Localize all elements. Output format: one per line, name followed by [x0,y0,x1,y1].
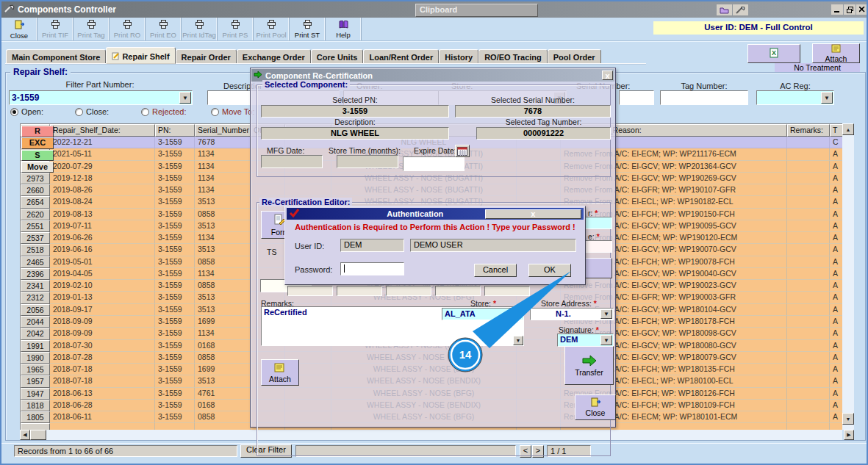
scroll-right-icon[interactable]: ▶ [844,430,854,440]
tab-pool-order[interactable]: Pool Order [548,49,601,64]
ok-button[interactable]: OK [528,264,571,277]
tab-repair-shelf[interactable]: Repair Shelf [106,47,175,64]
tools-icon [736,4,745,17]
column-header-serial-number[interactable]: Serial_Number [195,124,251,137]
column-header-remarks[interactable]: Remarks: [787,124,830,137]
transfer-arrow-icon [581,355,598,368]
store-shortcut-button[interactable] [717,4,732,15]
signature-combo[interactable]: DEM ▼ [557,334,614,347]
chevron-down-icon[interactable]: ▼ [821,92,833,104]
cell [787,184,830,196]
editor-small-field-2[interactable] [337,286,382,296]
cancel-button[interactable]: Cancel [474,264,517,277]
row-action-s-button[interactable]: S [21,150,54,162]
selected-pn-value: 3-1559 [261,105,449,118]
row-action-r-button[interactable]: R [21,126,54,137]
cell: 3-1559 [155,137,195,148]
radio-icon [75,108,83,116]
cell: 1134 [195,161,251,173]
scroll-down-icon[interactable]: ▼ [513,336,523,345]
radio-open[interactable]: Open: [10,104,43,118]
cell: 1134 [195,184,251,196]
tab-exchange-order[interactable]: Exchange Order [237,49,311,64]
printer-icon [303,20,312,30]
cell: 2518 [21,244,50,256]
column-header-pn[interactable]: PN: [155,124,195,137]
store-time-field[interactable] [337,155,398,168]
store-address-combo[interactable]: N-1. ▼ [530,308,614,320]
tab-history[interactable]: History [439,49,478,64]
printer-icon [87,20,96,30]
cell: 2022-12-21 [50,137,155,148]
password-input[interactable] [340,262,404,275]
editor-small-field-5[interactable] [484,286,530,296]
cell: 2020-07-29 [50,161,155,173]
radio-move-to[interactable]: Move To: [211,104,254,118]
column-header-repair-shelf-date[interactable]: Repair_Shelf_Date: [50,124,155,137]
cell: A [830,244,843,256]
minimize-button[interactable] [831,4,843,15]
app-window: Components Controller Clipboard ClosePri… [0,0,868,465]
filter-acreg-label: AC Reg: [756,82,834,90]
close-icon[interactable]: x [602,71,613,80]
folder-icon [720,4,729,17]
tab-ro-eo-tracing[interactable]: RO/EO Tracing [478,49,548,64]
cell: A [830,220,843,232]
cell: 1134 [195,173,251,184]
mfg-date-field[interactable] [261,155,323,168]
radio-rejected[interactable]: Rejected: [141,104,186,118]
dialog-attach-button[interactable]: Attach [261,359,299,386]
cell: 1947 [21,388,50,400]
chevron-down-icon[interactable]: ▼ [600,335,612,345]
tab-loan-rent-order[interactable]: Loan/Rent Order [363,49,439,64]
window-title: Components Controller [18,4,116,15]
scroll-down-icon[interactable]: ▼ [842,413,854,425]
filter-serial-input[interactable] [619,90,654,105]
close-icon[interactable]: x [485,209,581,219]
export-excel-button[interactable]: X [747,44,800,63]
filter-tag-input[interactable] [660,90,748,105]
store-field[interactable]: AL_ATA [442,308,524,320]
toolbar-print-st-button[interactable]: Print ST [290,18,326,40]
chevron-down-icon[interactable]: ▼ [179,92,191,104]
radio-icon [10,108,18,116]
close-window-button[interactable] [856,4,868,15]
row-action-exc-button[interactable]: EXC [21,137,54,149]
dialog-close-button[interactable]: Close [575,394,616,420]
column-header-t[interactable]: T [830,124,843,137]
hscroll-thumb[interactable] [30,430,46,440]
toolbar-close-button[interactable]: Close [1,18,37,40]
tools-shortcut-button[interactable] [733,4,748,15]
cell: 3513 [195,304,251,316]
cell: 1965 [21,364,50,375]
vertical-scrollbar[interactable] [842,123,854,430]
cell: 2019-08-13 [50,209,155,220]
cell: 3-1559 [155,375,195,387]
auth-dialog-titlebar[interactable]: Authentication x [287,208,584,220]
chevron-down-icon[interactable]: ▼ [600,309,612,319]
attach-button[interactable]: Attach [812,43,860,63]
editor-small-field-3[interactable] [386,286,431,296]
cell: 7678 [195,137,251,148]
radio-close[interactable]: Close: [75,104,109,118]
cell [787,173,830,184]
editor-small-field-4[interactable] [435,286,481,296]
restore-button[interactable] [844,4,856,15]
mfg-date-label: MFG Date: [267,146,304,155]
tab-repair-order[interactable]: Repair Order [176,49,237,64]
tab-main-component-store[interactable]: Main Component Store [6,49,106,64]
filter-part-number-combo[interactable]: 3-1559 ▼ [9,90,193,105]
calendar-icon[interactable] [455,145,470,157]
scroll-up-icon[interactable]: ▲ [842,123,854,135]
cell: 3-1559 [155,220,195,232]
tab-baseline [5,63,646,65]
tab-core-units[interactable]: Core Units [311,49,364,64]
partial-button[interactable] [581,258,612,278]
filter-acreg-combo[interactable]: ▼ [756,90,834,105]
expire-date-field[interactable] [403,156,465,171]
row-action-move-button[interactable]: Move [21,162,54,173]
transfer-button[interactable]: Transfer [564,346,614,385]
toolbar-help-button[interactable]: Help [326,18,362,40]
editor-small-field-1[interactable] [287,286,333,296]
scroll-left-icon[interactable]: ◀ [20,430,30,440]
